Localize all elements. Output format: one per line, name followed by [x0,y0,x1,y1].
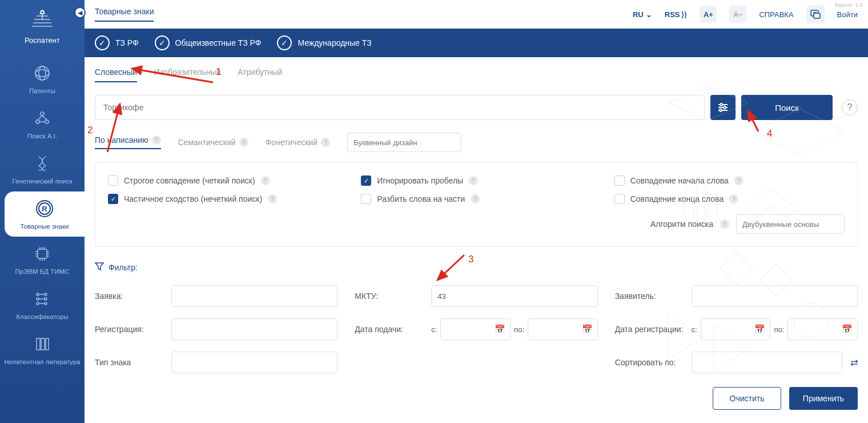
chat-icon[interactable] [806,5,825,23]
option-start-match[interactable]: Совпадение начала слова? [614,175,845,186]
main-content: Версия: 1.0 Товарные знаки RU⌄ RSS⟩⟩ A+ … [85,0,868,423]
annotation-4: 4 [767,128,772,139]
subtab-phonetic[interactable]: Фонетический? [266,138,331,147]
svg-point-15 [45,298,47,300]
algorithm-input[interactable] [736,214,845,234]
label-application: Заявка: [95,292,163,301]
help-icon: ? [261,176,270,185]
nav-classifiers[interactable]: Классификаторы [0,282,85,327]
nav-trademarks[interactable]: R Товарные знаки [5,191,85,237]
category-bar: ✓ТЗ РФ ✓Общеизвестные ТЗ РФ ✓Международн… [85,29,868,57]
option-end-match[interactable]: Совпадение конца слова? [614,194,845,204]
arrow-3-icon [433,252,473,286]
reg-date-from-input[interactable]: 📅 [701,318,771,340]
rss-link[interactable]: RSS⟩⟩ [665,10,688,19]
svg-point-12 [37,298,39,300]
svg-line-25 [132,69,213,82]
check-icon: ✓ [277,35,292,50]
nav-nonpatent[interactable]: Непатентная литература [0,327,85,372]
application-input[interactable] [171,285,337,307]
zoom-in-button[interactable]: A+ [700,6,717,23]
arrow-1-icon [127,65,219,87]
checkbox-checked-icon: ✓ [361,175,371,186]
clear-button[interactable]: Очистить [713,387,781,410]
help-icon: ? [268,194,277,203]
check-icon: ✓ [95,35,110,50]
applicant-input[interactable] [692,285,858,307]
help-icon: ? [720,220,729,229]
calendar-icon: 📅 [495,324,505,334]
type-input[interactable] [171,352,337,373]
filing-date-to-input[interactable]: 📅 [528,318,598,340]
logo: Роспатент [25,9,60,45]
svg-point-3 [39,66,46,80]
collapse-sidebar-button[interactable]: ◀ [74,7,86,18]
algorithm-row: Алгоритм поиска ? [108,214,845,234]
label-reg-date: Дата регистрации: [615,325,684,334]
nav-ai-search[interactable]: Поиск A.I. [0,101,85,146]
subtab-semantic[interactable]: Семантический? [178,138,248,147]
sort-icon[interactable]: ⇅ [849,359,859,366]
rospatent-logo-icon [28,9,57,31]
annotation-2: 2 [87,125,93,136]
nav-prevm[interactable]: ПрЭВМ БД ТИМС [0,237,85,282]
help-icon[interactable]: ? [842,99,858,115]
svg-point-1 [35,66,49,80]
help-icon: ? [729,194,738,203]
svg-point-4 [41,112,44,115]
svg-rect-18 [41,338,45,350]
chip-icon [31,244,53,264]
option-partial[interactable]: ✓Частичное сходство (нечеткий поиск)? [108,194,338,204]
chevron-down-icon: ⌄ [646,10,652,19]
calendar-icon: 📅 [754,324,765,334]
filter-icon [95,262,104,273]
checkbox-icon [108,175,118,186]
login-link[interactable]: Войти [837,10,858,19]
language-selector[interactable]: RU⌄ [633,10,652,19]
filter-buttons: Очистить Применить [95,387,858,410]
registration-input[interactable] [171,318,337,340]
apply-button[interactable]: Применить [789,387,858,410]
svg-point-5 [36,120,39,123]
svg-rect-17 [37,338,40,350]
category-international[interactable]: ✓Международные ТЗ [277,35,371,50]
label-registration: Регистрация: [95,325,163,334]
mktu-input[interactable] [431,285,597,307]
page-title: Товарные знаки [95,7,154,22]
filter-heading: Фильтр: [95,262,858,273]
topbar: Товарные знаки RU⌄ RSS⟩⟩ A+ A− СПРАВКА В… [85,0,868,29]
option-split[interactable]: Разбить слова на части? [361,194,591,204]
zoom-out-button[interactable]: A− [729,6,746,23]
rss-icon: ⟩⟩ [681,10,687,19]
svg-rect-19 [46,338,49,350]
tab-attribute[interactable]: Атрибутный [238,67,282,82]
svg-point-6 [45,120,49,123]
reg-date-to-input[interactable]: 📅 [787,318,858,340]
version-label: Версия: 1.0 [835,2,862,8]
option-strict[interactable]: Строгое совпадение (четкий поиск)? [108,175,338,186]
check-icon: ✓ [155,35,170,50]
category-well-known[interactable]: ✓Общеизвестные ТЗ РФ [155,35,262,50]
label-applicant: Заявитель: [615,292,684,301]
help-link[interactable]: СПРАВКА [759,10,793,19]
filing-date-from-input[interactable]: 📅 [440,318,511,340]
sort-input[interactable] [692,352,842,373]
category-tz-rf[interactable]: ✓ТЗ РФ [95,35,139,50]
letter-design-input[interactable] [347,133,461,152]
help-icon: ? [469,176,478,185]
svg-text:R: R [42,205,47,213]
sidebar: Роспатент Патенты Поиск A.I. Генетически… [0,0,85,423]
nav-genetic[interactable]: Генетический поиск [0,146,85,191]
svg-point-23 [724,106,726,109]
calendar-icon: 📅 [582,324,593,334]
help-icon: ? [321,138,330,147]
svg-rect-21 [814,13,820,18]
arrow-4-icon [730,107,764,136]
globe-icon [31,63,53,83]
help-icon: ? [239,138,248,147]
search-input[interactable] [95,95,705,120]
nav-patents[interactable]: Патенты [0,56,85,101]
label-filing-date: Дата подачи: [355,325,423,334]
option-ignore-spaces[interactable]: ✓Игнорировать пробелы? [361,175,591,186]
content-area: Словесный Изобразительный Атрибутный Пои… [85,57,868,423]
